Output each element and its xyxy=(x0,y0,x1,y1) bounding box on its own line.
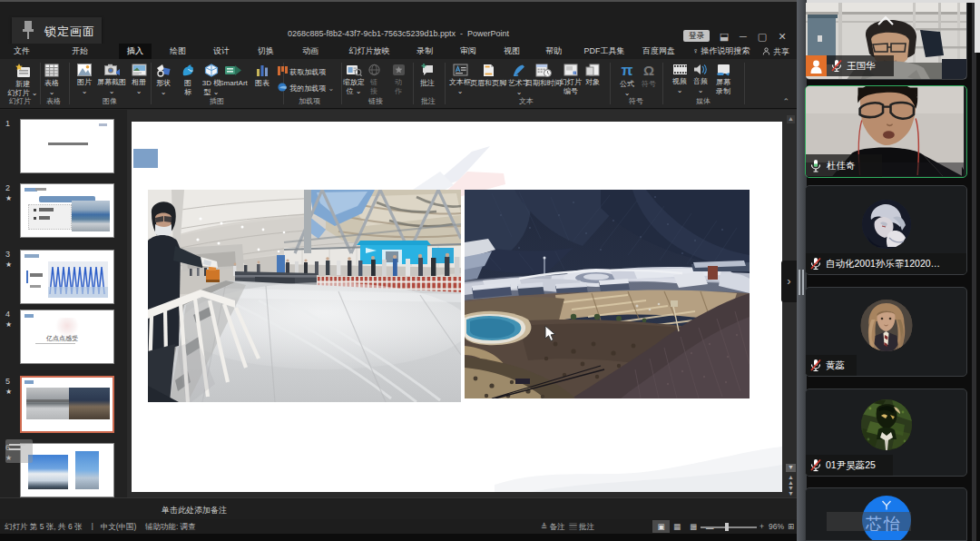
svg-text:#: # xyxy=(573,72,575,75)
